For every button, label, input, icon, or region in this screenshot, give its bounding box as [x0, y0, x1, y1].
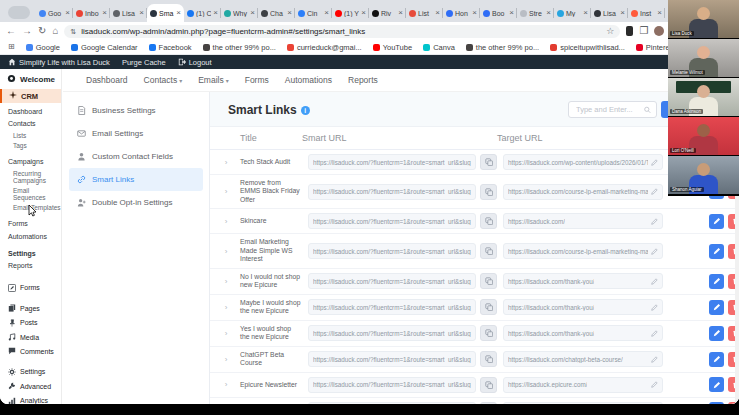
row-expander-icon[interactable]: ›: [220, 158, 232, 167]
row-expander-icon[interactable]: ›: [220, 277, 232, 286]
smart-url-field[interactable]: https://lisaduck.com/?fluentcrm=1&route=…: [308, 213, 476, 229]
tab-close-icon[interactable]: ×: [546, 9, 551, 17]
edit-smart-link-button[interactable]: [709, 214, 724, 229]
tab-close-icon[interactable]: ×: [287, 9, 292, 17]
browser-tab[interactable]: Inbo ×: [73, 4, 110, 22]
smart-url-field[interactable]: https://lisaduck.com/?fluentcrm=1&route=…: [308, 377, 476, 393]
smart-url-field[interactable]: https://lisaduck.com/?fluentcrm=1&route=…: [308, 299, 476, 315]
sidebar-tool-item[interactable]: Pages: [0, 301, 61, 315]
target-url-input[interactable]: https://lisaduck.epicure.com/: [503, 377, 663, 393]
target-url-input[interactable]: https://lisaduck.com/thank-you/: [503, 273, 663, 289]
tab-close-icon[interactable]: ×: [361, 9, 366, 17]
edit-smart-link-button[interactable]: [709, 352, 724, 367]
participant-video[interactable]: Shanon Aguiar: [668, 156, 739, 194]
bookmark-star-icon[interactable]: ☆: [606, 26, 614, 36]
browser-tab[interactable]: Sma ×: [147, 4, 184, 22]
tab-close-icon[interactable]: ×: [509, 9, 514, 17]
sidebar-tool-item[interactable]: Advanced: [0, 379, 61, 393]
settings-nav-item[interactable]: Email Settings: [69, 122, 203, 145]
tab-close-icon[interactable]: ×: [398, 9, 403, 17]
sidebar-tool-item[interactable]: Settings: [0, 365, 61, 379]
participant-video[interactable]: Lisa Duck: [668, 0, 739, 38]
bookmark-item[interactable]: currieduck@gmai...: [287, 43, 362, 52]
sidebar-menu-item[interactable]: Forms: [0, 218, 61, 230]
copy-smart-url-button[interactable]: [480, 184, 497, 200]
tab-close-icon[interactable]: ×: [213, 9, 218, 17]
target-url-input[interactable]: https://lisaduck.com/chatgpt-beta-course…: [503, 351, 663, 367]
edit-smart-link-button[interactable]: [709, 326, 724, 341]
target-url-input[interactable]: https://lisaduck.com/thank-you/: [503, 325, 663, 341]
sidebar-menu-item[interactable]: Automations: [0, 231, 61, 243]
bookmark-item[interactable]: Google Calendar: [71, 43, 138, 52]
crm-nav-item[interactable]: Emails ▾: [198, 75, 229, 85]
edit-smart-link-button[interactable]: [709, 377, 724, 392]
info-icon[interactable]: i: [301, 106, 310, 115]
bookmark-item[interactable]: Canva: [423, 43, 455, 52]
bookmark-item[interactable]: Google: [26, 43, 60, 52]
sidebar-menu-item[interactable]: Lists: [0, 131, 61, 141]
sidebar-item-welcome[interactable]: Welcome: [0, 69, 61, 89]
tab-close-icon[interactable]: ×: [472, 9, 477, 17]
participant-video[interactable]: Dana Atkinson: [668, 78, 739, 116]
browser-tab[interactable]: Cha ×: [258, 4, 295, 22]
copy-smart-url-button[interactable]: [480, 325, 497, 341]
sidebar-tool-item[interactable]: Comments: [0, 344, 61, 358]
browser-tab[interactable]: (1) Y ×: [332, 4, 369, 22]
settings-nav-item[interactable]: Smart Links: [69, 168, 203, 191]
sidebar-menu-item[interactable]: Contacts: [0, 118, 61, 130]
bookmark-item[interactable]: YouTube: [373, 43, 412, 52]
browser-tab[interactable]: Boo ×: [480, 4, 517, 22]
target-url-input[interactable]: https://lisaduck.com/course-lp-email-mar…: [503, 243, 663, 259]
sidebar-tool-item[interactable]: Media: [0, 330, 61, 344]
smart-url-field[interactable]: https://lisaduck.com/?fluentcrm=1&route=…: [308, 273, 476, 289]
edit-smart-link-button[interactable]: [709, 300, 724, 315]
browser-tab[interactable]: Goo ×: [36, 4, 73, 22]
home-icon[interactable]: ⌂: [52, 26, 58, 36]
sidebar-menu-item[interactable]: Settings: [0, 248, 61, 260]
edit-smart-link-button[interactable]: [709, 244, 724, 259]
row-expander-icon[interactable]: ›: [220, 380, 232, 389]
tab-close-icon[interactable]: ×: [583, 9, 588, 17]
row-expander-icon[interactable]: ›: [220, 329, 232, 338]
crm-nav-item[interactable]: Dashboard ▾: [86, 75, 128, 85]
copy-smart-url-button[interactable]: [480, 299, 497, 315]
settings-nav-item[interactable]: Double Opt-in Settings: [69, 191, 203, 214]
sidebar-menu-item[interactable]: Dashboard: [0, 106, 61, 118]
browser-tab[interactable]: List ×: [406, 4, 443, 22]
tab-close-icon[interactable]: ×: [657, 9, 662, 17]
crm-nav-item[interactable]: Contacts ▾: [144, 75, 183, 85]
extensions-icon[interactable]: ❐: [639, 26, 648, 36]
copy-smart-url-button[interactable]: [480, 243, 497, 259]
copy-smart-url-button[interactable]: [480, 377, 497, 393]
sidebar-menu-item[interactable]: Tags: [0, 141, 61, 151]
target-url-input[interactable]: https://lisaduck.com/course-lp-email-mar…: [503, 184, 663, 200]
profile-avatar[interactable]: [654, 26, 664, 36]
pinned-extension-icon[interactable]: [626, 26, 633, 36]
sidebar-item-crm[interactable]: CRM: [0, 89, 61, 103]
browser-tab[interactable]: Lisa ×: [591, 4, 628, 22]
smart-url-field[interactable]: https://lisaduck.com/?fluentcrm=1&route=…: [308, 154, 476, 170]
apps-grid-icon[interactable]: ⊞: [8, 43, 15, 51]
sidebar-menu-item[interactable]: Email Sequences: [0, 185, 61, 202]
browser-tab[interactable]: Riv ×: [369, 4, 406, 22]
sidebar-tool-item[interactable]: Posts: [0, 315, 61, 329]
crm-nav-item[interactable]: Reports ▾: [348, 75, 378, 85]
sidebar-menu-item[interactable]: Reports: [0, 260, 61, 272]
logout-button[interactable]: Logout: [178, 58, 212, 67]
copy-smart-url-button[interactable]: [480, 154, 497, 170]
tab-close-icon[interactable]: ×: [324, 9, 329, 17]
target-url-input[interactable]: https://lisaduck.com/thank-you/: [503, 299, 663, 315]
browser-tab[interactable]: Stre ×: [517, 4, 554, 22]
edit-smart-link-button[interactable]: [709, 274, 724, 289]
browser-tab[interactable]: Inst ×: [628, 4, 665, 22]
target-url-input[interactable]: https://lisaduck.com/: [503, 213, 663, 229]
participant-video[interactable]: Lori O'Neill: [668, 117, 739, 155]
crm-nav-item[interactable]: Automations ▾: [285, 75, 332, 85]
reload-icon[interactable]: ↻: [38, 26, 46, 36]
participant-video[interactable]: Melanie Wilmot: [668, 39, 739, 77]
tab-search-button[interactable]: [8, 6, 30, 19]
bookmark-item[interactable]: spiceitupwithlisad...: [550, 43, 625, 52]
smart-url-field[interactable]: https://lisaduck.com/?fluentcrm=1&route=…: [308, 351, 476, 367]
crm-nav-item[interactable]: Forms ▾: [245, 75, 269, 85]
smart-url-field[interactable]: https://lisaduck.com/?fluentcrm=1&route=…: [308, 243, 476, 259]
